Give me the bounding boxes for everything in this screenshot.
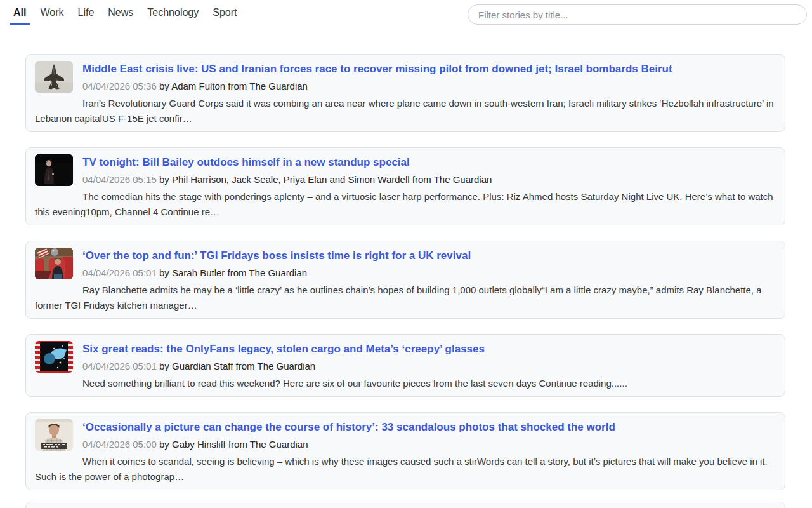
story-card: ‘Occasionally a picture can change the c… bbox=[25, 412, 785, 490]
story-card-cutoff bbox=[25, 502, 785, 508]
story-byline: by Phil Harrison, Jack Seale, Priya Elan… bbox=[159, 174, 492, 185]
story-date: 04/04/2026 05:15 bbox=[82, 174, 157, 185]
story-byline: by Adam Fulton from The Guardian bbox=[159, 81, 308, 91]
story-summary: When it comes to scandal, seeing is beli… bbox=[35, 454, 776, 485]
story-meta: 04/04/2026 05:00 by Gaby Hinsliff from T… bbox=[35, 438, 776, 451]
story-card: ‘Over the top and fun:’ TGI Fridays boss… bbox=[25, 241, 785, 319]
story-thumbnail-image bbox=[35, 419, 73, 451]
story-card: Middle East crisis live: US and Iranian … bbox=[25, 54, 785, 132]
story-summary: The comedian hits the stage with ponderi… bbox=[35, 189, 776, 220]
story-date: 04/04/2026 05:36 bbox=[82, 81, 157, 91]
story-thumbnail-image bbox=[35, 341, 73, 373]
story-meta: 04/04/2026 05:01 by Guardian Staff from … bbox=[35, 359, 776, 373]
top-bar: AllWorkLifeNewsTechnologySport bbox=[0, 0, 812, 28]
story-byline: by Gaby Hinsliff from The Guardian bbox=[159, 439, 308, 450]
story-date: 04/04/2026 05:01 bbox=[82, 267, 157, 278]
tab-work[interactable]: Work bbox=[36, 0, 67, 25]
story-title-link[interactable]: Middle East crisis live: US and Iranian … bbox=[82, 63, 672, 75]
story-thumbnail-image bbox=[35, 248, 73, 279]
story-title-link[interactable]: Six great reads: the OnlyFans legacy, st… bbox=[82, 343, 485, 355]
filmstrip-collage-image bbox=[35, 341, 73, 373]
story-thumbnail-image bbox=[35, 61, 73, 93]
story-meta: 04/04/2026 05:36 by Adam Fulton from The… bbox=[35, 79, 776, 93]
tab-sport[interactable]: Sport bbox=[209, 0, 240, 25]
tab-life[interactable]: Life bbox=[74, 0, 98, 25]
fighter-jet-image bbox=[35, 61, 73, 93]
story-summary: Ray Blanchette admits he may be a ‘littl… bbox=[35, 283, 776, 313]
story-summary: Need something brilliant to read this we… bbox=[35, 376, 776, 391]
story-title-link[interactable]: ‘Occasionally a picture can change the c… bbox=[82, 421, 615, 433]
restaurant-booth-image bbox=[35, 248, 73, 279]
comedian-image bbox=[35, 154, 73, 186]
story-card: TV tonight: Bill Bailey outdoes himself … bbox=[25, 147, 785, 225]
story-title-link[interactable]: ‘Over the top and fun:’ TGI Fridays boss… bbox=[82, 250, 471, 262]
story-date: 04/04/2026 05:00 bbox=[82, 439, 157, 450]
tab-all[interactable]: All bbox=[10, 0, 30, 25]
mugshot-image bbox=[35, 419, 73, 451]
story-summary: Iran’s Revolutionary Guard Corps said it… bbox=[35, 96, 776, 126]
tab-news[interactable]: News bbox=[104, 0, 137, 25]
story-byline: by Guardian Staff from The Guardian bbox=[159, 361, 315, 371]
story-meta: 04/04/2026 05:15 by Phil Harrison, Jack … bbox=[35, 173, 776, 187]
tab-technology[interactable]: Technology bbox=[143, 0, 202, 25]
story-thumbnail-image bbox=[35, 154, 73, 186]
story-meta: 04/04/2026 05:01 by Sarah Butler from Th… bbox=[35, 266, 776, 280]
story-list: Middle East crisis live: US and Iranian … bbox=[25, 54, 785, 508]
story-card: Six great reads: the OnlyFans legacy, st… bbox=[25, 334, 785, 397]
story-date: 04/04/2026 05:01 bbox=[82, 361, 157, 371]
story-byline: by Sarah Butler from The Guardian bbox=[159, 267, 307, 278]
filter-input[interactable] bbox=[468, 4, 807, 25]
story-title-link[interactable]: TV tonight: Bill Bailey outdoes himself … bbox=[82, 156, 410, 168]
